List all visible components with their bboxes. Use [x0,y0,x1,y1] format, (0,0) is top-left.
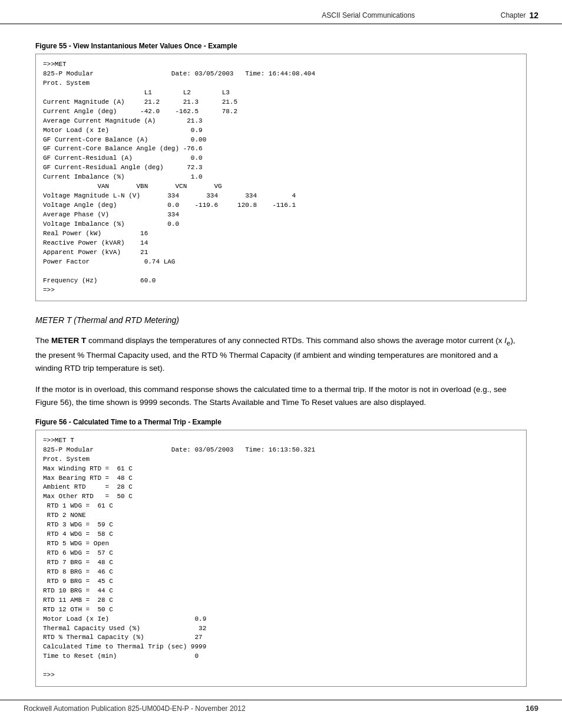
para1-part2: command displays the temperatures of any… [86,336,504,345]
page-header: ASCII Serial Communications Chapter 12 [0,0,562,24]
para1-bold: METER T [51,336,86,345]
meter-t-paragraph2: If the motor is in overload, this comman… [35,383,527,410]
header-chapter-word: Chapter [501,11,526,19]
page-footer: Rockwell Automation Publication 825-UM00… [0,700,562,716]
header-chapter-label: ASCII Serial Communications [322,11,415,19]
figure55-label: Figure 55 - View Instantanious Meter Val… [35,42,527,50]
figure56-label: Figure 56 - Calculated Time to a Thermal… [35,418,527,426]
footer-left-text: Rockwell Automation Publication 825-UM00… [24,704,246,713]
footer-page-number: 169 [525,704,538,713]
meter-t-paragraph1: The METER T command displays the tempera… [35,334,527,375]
page-container: ASCII Serial Communications Chapter 12 F… [0,0,562,728]
header-right: ASCII Serial Communications Chapter 12 [322,11,538,20]
page-content: Figure 55 - View Instantanious Meter Val… [0,24,562,724]
meter-t-section-title: METER T (Thermal and RTD Metering) [35,315,527,325]
para1-italic: Ie [504,336,510,345]
figure56-code: =>>MET T 825-P Modular Date: 03/05/2003 … [35,430,527,687]
figure55-code: =>>MET 825-P Modular Date: 03/05/2003 Ti… [35,54,527,301]
header-chapter-number: 12 [529,11,538,20]
para1-part1: The [35,336,51,345]
